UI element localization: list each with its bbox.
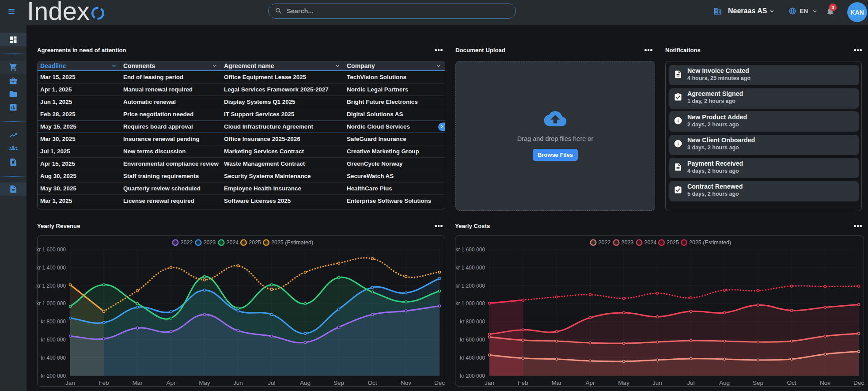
svg-text:Jun: Jun: [233, 380, 243, 386]
svg-text:2025: 2025: [249, 239, 261, 246]
svg-text:Aug: Aug: [300, 380, 311, 386]
svg-text:Oct: Oct: [368, 380, 377, 386]
svg-text:kr 1 400 000: kr 1 400 000: [455, 265, 485, 271]
svg-text:May: May: [199, 380, 210, 386]
svg-text:kr 400 000: kr 400 000: [460, 355, 485, 361]
svg-text:2023: 2023: [622, 239, 634, 246]
svg-text:Mar: Mar: [132, 380, 143, 386]
svg-text:Jul: Jul: [268, 380, 275, 386]
svg-text:kr 200 000: kr 200 000: [41, 373, 66, 379]
svg-text:Apr: Apr: [166, 380, 176, 386]
svg-text:kr 1 600 000: kr 1 600 000: [36, 247, 66, 253]
svg-text:kr 600 000: kr 600 000: [460, 337, 485, 343]
svg-text:Jan: Jan: [65, 380, 75, 386]
svg-text:Feb: Feb: [99, 380, 109, 386]
svg-text:2025: 2025: [667, 239, 679, 246]
svg-text:May: May: [618, 380, 629, 386]
svg-text:kr 1 000 000: kr 1 000 000: [455, 300, 485, 307]
svg-text:Aug: Aug: [719, 380, 730, 386]
svg-text:Jan: Jan: [485, 380, 494, 386]
svg-text:kr 600 000: kr 600 000: [41, 337, 66, 343]
svg-text:2025 (Estimated): 2025 (Estimated): [689, 239, 731, 246]
svg-text:2022: 2022: [181, 239, 193, 246]
svg-text:kr 1 200 000: kr 1 200 000: [455, 283, 485, 289]
svg-text:Sep: Sep: [753, 380, 763, 386]
svg-text:2022: 2022: [599, 239, 611, 246]
svg-text:Sep: Sep: [334, 380, 344, 386]
svg-text:Jul: Jul: [687, 380, 694, 386]
svg-text:Feb: Feb: [518, 380, 528, 386]
svg-text:kr 1 600 000: kr 1 600 000: [455, 247, 485, 253]
svg-text:kr 400 000: kr 400 000: [41, 355, 66, 361]
svg-text:kr 200 000: kr 200 000: [460, 373, 485, 379]
svg-text:2025 (Estimated): 2025 (Estimated): [271, 239, 313, 246]
svg-text:Nov: Nov: [820, 380, 830, 386]
svg-text:Apr: Apr: [585, 380, 595, 386]
svg-text:kr 800 000: kr 800 000: [41, 319, 66, 325]
svg-text:Mar: Mar: [551, 380, 562, 386]
svg-text:kr 800 000: kr 800 000: [460, 319, 485, 325]
svg-text:kr 1 200 000: kr 1 200 000: [36, 283, 66, 289]
svg-text:Jun: Jun: [652, 380, 662, 386]
svg-text:Nov: Nov: [401, 380, 411, 386]
svg-text:Dec: Dec: [853, 380, 864, 386]
svg-text:Dec: Dec: [434, 380, 445, 386]
svg-text:kr 1 400 000: kr 1 400 000: [36, 265, 66, 271]
svg-text:2024: 2024: [227, 239, 239, 246]
svg-text:Oct: Oct: [787, 380, 796, 386]
svg-text:kr 1 000 000: kr 1 000 000: [36, 300, 66, 307]
svg-text:2024: 2024: [644, 239, 657, 246]
svg-text:2023: 2023: [204, 239, 216, 246]
